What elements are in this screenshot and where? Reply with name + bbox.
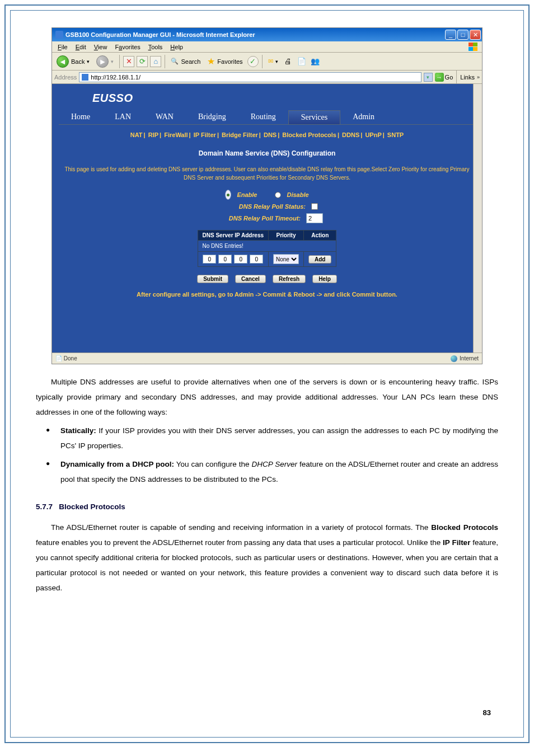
sub-nav: NAT| RIP| FireWall| IP Filter| Bridge Fi… <box>59 125 475 146</box>
refresh-page-button[interactable]: Refresh <box>273 275 306 283</box>
ip-octet-1[interactable] <box>203 255 216 264</box>
bullet-statically: Statically: If your ISP provides you wit… <box>36 423 498 453</box>
th-ip: DNS Server IP Address <box>198 231 269 241</box>
document-body: Multiple DNS addresses are useful to pro… <box>36 374 498 595</box>
search-button[interactable]: 🔍Search <box>168 57 203 66</box>
subnav-bridge[interactable]: Bridge Filter <box>222 132 258 138</box>
stop-button[interactable]: ✕ <box>123 56 134 67</box>
footer-message: After configure all settings, go to Admi… <box>59 291 475 298</box>
menu-file[interactable]: File <box>54 43 71 51</box>
close-button[interactable]: ✕ <box>470 30 481 40</box>
internet-zone-icon <box>451 355 457 362</box>
page-icon <box>82 74 88 81</box>
enable-radio[interactable] <box>225 190 231 200</box>
menubar: File Edit View Favorites Tools Help <box>52 41 482 53</box>
page-content: EUSSO Home LAN WAN Bridging Routing Serv… <box>52 84 482 353</box>
subnav-ipfilter[interactable]: IP Filter <box>194 132 216 138</box>
addressbar: Address http://192.168.1.1/ ▾ →Go Links … <box>52 71 482 84</box>
history-button[interactable]: ✓ <box>247 56 259 67</box>
subnav-dns[interactable]: DNS <box>264 132 277 138</box>
cancel-button[interactable]: Cancel <box>235 275 266 283</box>
poll-status-label: DNS Relay Poll Status: <box>216 203 306 210</box>
heading-blocked-protocols: 5.7.7 Blocked Protocols <box>36 499 498 514</box>
forward-button[interactable]: ►▾ <box>94 54 116 69</box>
no-entries: No DNS Entries! <box>198 241 336 252</box>
tab-bridging[interactable]: Bridging <box>186 110 238 124</box>
refresh-button[interactable]: ⟳ <box>137 56 148 67</box>
subnav-ddns[interactable]: DDNS <box>342 132 359 138</box>
bullet-dynamically: Dynamically from a DHCP pool: You can co… <box>36 457 498 487</box>
home-button[interactable]: ⌂ <box>150 56 161 67</box>
ip-cell <box>198 252 269 267</box>
subnav-sntp[interactable]: SNTP <box>387 132 404 138</box>
add-button[interactable]: Add <box>308 255 331 264</box>
back-button[interactable]: ◄Back▾ <box>54 54 92 69</box>
titlebar: GSB100 Configuration Manager GUI - Micro… <box>52 28 482 41</box>
scrollbar[interactable] <box>473 84 482 353</box>
ip-octet-2[interactable] <box>218 255 232 264</box>
submit-button[interactable]: Submit <box>197 275 228 283</box>
main-nav: Home LAN WAN Bridging Routing Services A… <box>59 110 475 125</box>
minimize-button[interactable]: _ <box>445 30 456 40</box>
paragraph-2: The ADSL/Ethernet router is capable of s… <box>36 520 498 595</box>
tab-lan[interactable]: LAN <box>102 110 143 124</box>
subnav-upnp[interactable]: UPnP <box>365 132 381 138</box>
poll-status-checkbox[interactable] <box>311 203 318 210</box>
windows-logo-icon <box>469 43 480 51</box>
print-button[interactable]: 🖨 <box>283 56 294 67</box>
tab-routing[interactable]: Routing <box>238 110 288 124</box>
favorites-button[interactable]: ★Favorites <box>205 55 245 68</box>
statusbar: 📄 Done Internet <box>52 353 482 364</box>
toolbar: ◄Back▾ ►▾ ✕ ⟳ ⌂ 🔍Search ★Favorites ✓ ✉▾ … <box>52 53 482 71</box>
page-number: 83 <box>483 708 491 717</box>
disable-label: Disable <box>287 191 308 198</box>
poll-timeout-input[interactable] <box>306 213 323 223</box>
edit-button[interactable]: 📄 <box>296 56 307 67</box>
subnav-firewall[interactable]: FireWall <box>164 132 188 138</box>
menu-favorites[interactable]: Favorites <box>111 43 143 51</box>
go-button[interactable]: →Go <box>435 73 453 82</box>
star-icon: ★ <box>207 56 215 67</box>
help-button[interactable]: Help <box>312 275 337 283</box>
subnav-nat[interactable]: NAT <box>130 132 143 138</box>
ip-octet-3[interactable] <box>234 255 247 264</box>
maximize-button[interactable]: □ <box>457 30 469 40</box>
print-icon: 🖨 <box>284 57 292 65</box>
tab-admin[interactable]: Admin <box>340 110 387 124</box>
intro-text: This page is used for adding and deletin… <box>59 165 475 182</box>
discuss-button[interactable]: 👥 <box>310 56 321 67</box>
th-action: Action <box>304 231 336 241</box>
menu-view[interactable]: View <box>91 43 111 51</box>
tab-home[interactable]: Home <box>59 110 102 124</box>
tab-wan[interactable]: WAN <box>143 110 186 124</box>
th-priority: Priority <box>269 231 304 241</box>
address-url: http://192.168.1.1/ <box>91 74 418 81</box>
links-label[interactable]: Links <box>460 74 475 81</box>
menu-help[interactable]: Help <box>167 43 186 51</box>
menu-tools[interactable]: Tools <box>145 43 166 51</box>
ie-window: GSB100 Configuration Manager GUI - Micro… <box>51 27 483 364</box>
subnav-rip[interactable]: RIP <box>148 132 158 138</box>
subnav-blocked[interactable]: Blocked Protocols <box>282 132 336 138</box>
mail-button[interactable]: ✉▾ <box>266 57 280 66</box>
section-title: Domain Name Service (DNS) Configuration <box>59 149 475 157</box>
address-label: Address <box>54 74 77 81</box>
edit-icon: 📄 <box>297 57 306 65</box>
tab-services[interactable]: Services <box>288 110 340 124</box>
ip-octet-4[interactable] <box>250 255 263 264</box>
poll-timeout-label: DNS Relay Poll Timeout: <box>211 215 301 222</box>
ie-icon <box>55 31 63 39</box>
paragraph-1: Multiple DNS addresses are useful to pro… <box>36 374 498 420</box>
discuss-icon: 👥 <box>311 57 320 65</box>
disable-radio[interactable] <box>275 192 281 198</box>
search-icon: 🔍 <box>171 58 179 65</box>
address-input[interactable]: http://192.168.1.1/ <box>79 72 421 82</box>
brand-logo: EUSSO <box>92 92 133 104</box>
priority-select[interactable]: None <box>273 254 299 264</box>
page-status-icon: 📄 <box>55 355 62 361</box>
enable-label: Enable <box>237 191 257 198</box>
address-dropdown[interactable]: ▾ <box>424 73 433 82</box>
dns-table: DNS Server IP Address Priority Action No… <box>198 230 337 267</box>
mail-icon: ✉ <box>268 58 273 65</box>
menu-edit[interactable]: Edit <box>72 43 90 51</box>
